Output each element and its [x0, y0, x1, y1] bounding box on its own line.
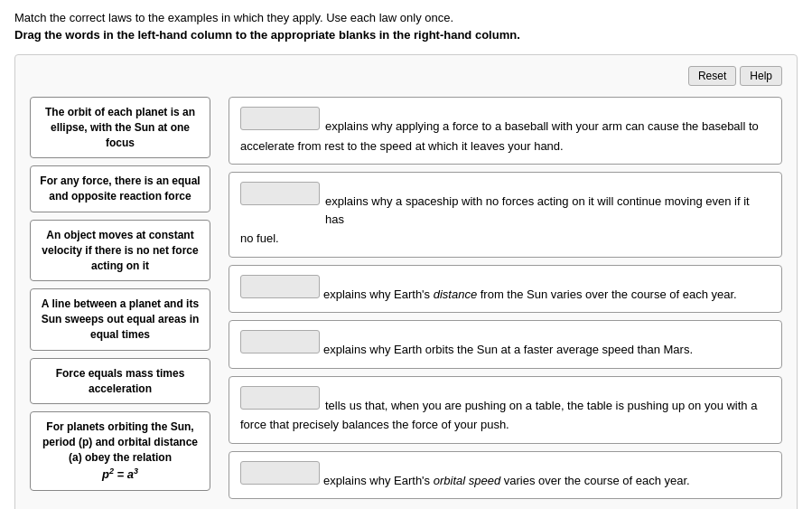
drop-box-1[interactable]: [240, 107, 320, 130]
drop-row-1-text-a: explains why applying a force to a baseb…: [325, 118, 759, 136]
drag-item-6[interactable]: For planets orbiting the Sun, period (p)…: [30, 411, 210, 491]
drag-item-1-label: The orbit of each planet is an ellipse, …: [45, 106, 195, 149]
drag-item-2[interactable]: For any force, there is an equal and opp…: [30, 165, 210, 212]
drop-row-2: explains why a spaceship with no forces …: [229, 172, 782, 258]
drop-box-6[interactable]: [240, 461, 320, 485]
drop-row-2-text-b: no fuel.: [240, 230, 279, 248]
drag-item-5-label: Force equals mass times acceleration: [56, 367, 185, 395]
left-column: The orbit of each planet is an ellipse, …: [30, 97, 210, 491]
drag-item-3[interactable]: An object moves at constant velocity if …: [30, 220, 210, 281]
drop-row-6-text: explains why Earth's orbital speed varie…: [323, 472, 690, 490]
instruction-line1: Match the correct laws to the examples i…: [14, 11, 798, 24]
drop-box-4[interactable]: [240, 330, 320, 353]
main-container: Reset Help The orbit of each planet is a…: [14, 54, 798, 509]
drag-item-5[interactable]: Force equals mass times acceleration: [30, 358, 210, 405]
drop-row-3-text: explains why Earth's distance from the S…: [323, 286, 737, 304]
drop-row-5-first-line: tells us that, when you are pushing on a…: [240, 386, 757, 415]
drop-row-4-text: explains why Earth orbits the Sun at a f…: [323, 341, 693, 359]
columns: The orbit of each planet is an ellipse, …: [30, 97, 782, 499]
drop-row-2-first-line: explains why a spaceship with no forces …: [240, 182, 770, 228]
help-button[interactable]: Help: [740, 66, 782, 86]
right-column: explains why applying a force to a baseb…: [229, 97, 782, 499]
drop-row-1: explains why applying a force to a baseb…: [229, 97, 782, 165]
drop-row-5: tells us that, when you are pushing on a…: [229, 376, 782, 444]
drag-item-3-label: An object moves at constant velocity if …: [42, 229, 198, 272]
drop-row-3: explains why Earth's distance from the S…: [229, 265, 782, 314]
drop-row-5-text-a: tells us that, when you are pushing on a…: [325, 397, 757, 415]
reset-button[interactable]: Reset: [688, 66, 736, 86]
drag-item-4[interactable]: A line between a planet and its Sun swee…: [30, 288, 210, 350]
drop-row-1-text-b: accelerate from rest to the speed at whi…: [240, 137, 564, 156]
drop-row-5-text-b: force that precisely balances the force …: [240, 416, 509, 434]
instruction-line2: Drag the words in the left-hand column t…: [14, 28, 798, 42]
drag-item-2-label: For any force, there is an equal and opp…: [40, 174, 200, 203]
instructions: Match the correct laws to the examples i…: [14, 11, 798, 42]
drop-box-2[interactable]: [240, 182, 320, 205]
drop-row-2-text-a: explains why a spaceship with no forces …: [325, 193, 770, 228]
drag-item-6-label: For planets orbiting the Sun, period (p)…: [42, 420, 198, 464]
drop-row-6: explains why Earth's orbital speed varie…: [229, 451, 782, 500]
drag-item-4-label: A line between a planet and its Sun swee…: [42, 297, 200, 341]
drop-row-1-first-line: explains why applying a force to a baseb…: [240, 107, 759, 136]
drop-row-4: explains why Earth orbits the Sun at a f…: [229, 320, 782, 369]
top-bar: Reset Help: [30, 66, 782, 86]
drop-box-3[interactable]: [240, 275, 320, 298]
drop-box-5[interactable]: [240, 386, 320, 410]
drag-item-6-formula: p2 = a3: [102, 467, 138, 481]
drag-item-1[interactable]: The orbit of each planet is an ellipse, …: [30, 97, 210, 158]
